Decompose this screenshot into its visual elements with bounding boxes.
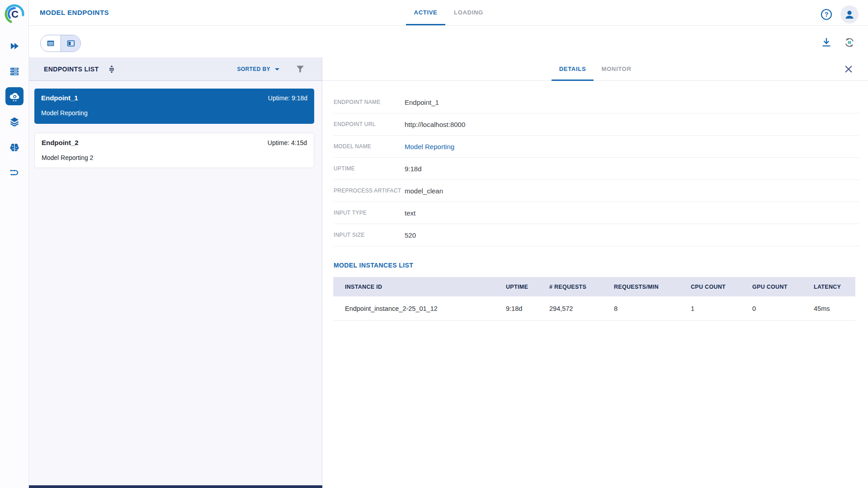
model-instances-heading: MODEL INSTANCES LIST xyxy=(334,260,413,271)
auto-refresh-pause-icon xyxy=(843,36,856,49)
col-gpu-count: GPU COUNT xyxy=(752,284,814,290)
cell-gpu-count: 0 xyxy=(752,305,814,312)
instances-table-header: INSTANCE ID UPTIME # REQUESTS REQUESTS/M… xyxy=(333,277,855,296)
endpoint-model: Model Reporting xyxy=(41,108,307,117)
tab-active[interactable]: ACTIVE xyxy=(406,0,445,25)
left-icon-rail: C xyxy=(0,0,29,488)
list-panel-scrollbar[interactable] xyxy=(0,485,322,488)
endpoints-list-header: ENDPOINTS LIST SORTED BY xyxy=(29,57,322,81)
field-endpoint-url: ENDPOINT URL http://localhost:8000 xyxy=(334,113,860,136)
field-input-size: INPUT SIZE 520 xyxy=(334,224,860,246)
tab-details-underline xyxy=(552,80,594,81)
field-label: ENDPOINT NAME xyxy=(334,99,405,105)
field-value: http://localhost:8000 xyxy=(405,121,465,128)
svg-text:C: C xyxy=(11,9,19,20)
fast-forward-icon xyxy=(9,41,20,52)
details-panel: DETAILS MONITOR ENDPOINT NAME Endpoint_1… xyxy=(322,57,868,488)
sorted-by-dropdown[interactable]: SORTED BY xyxy=(237,66,279,72)
field-value: 9:18d xyxy=(405,165,422,173)
field-uptime: UPTIME 9:18d xyxy=(334,158,860,180)
table-row[interactable]: Endpoint_instance_2-25_01_12 9:18d 294,5… xyxy=(333,296,855,321)
col-instance-id: INSTANCE ID xyxy=(333,284,506,290)
field-label: PREPROCESS ARTIFACT xyxy=(334,188,405,194)
field-value: model_clean xyxy=(405,187,443,195)
cell-uptime: 9:18d xyxy=(506,305,549,312)
help-button[interactable]: ? xyxy=(819,7,834,22)
sidebar-item-quickstart[interactable] xyxy=(5,37,24,55)
model-instances-table: INSTANCE ID UPTIME # REQUESTS REQUESTS/M… xyxy=(333,277,855,321)
col-latency: LATENCY xyxy=(814,284,855,290)
top-bar: MODEL ENDPOINTS ACTIVE LOADING ? xyxy=(29,0,868,26)
endpoint-name: Endpoint_1 xyxy=(41,94,78,103)
view-toggle xyxy=(40,35,81,52)
field-label: MODEL NAME xyxy=(334,143,405,150)
user-avatar-icon xyxy=(844,9,855,20)
tab-monitor[interactable]: MONITOR xyxy=(595,57,637,81)
toolbar xyxy=(29,26,868,57)
table-view-button[interactable] xyxy=(41,35,61,52)
tab-active-underline xyxy=(406,24,445,25)
field-label: INPUT TYPE xyxy=(334,210,405,216)
field-model-name: MODEL NAME Model Reporting xyxy=(334,136,860,158)
col-requests-min: REQUESTS/MIN xyxy=(614,284,691,290)
field-value: Endpoint_1 xyxy=(405,99,439,106)
sidebar-item-datasets[interactable] xyxy=(5,62,24,80)
details-tab-bar: DETAILS MONITOR xyxy=(322,57,868,81)
table-view-icon xyxy=(46,38,56,48)
cell-latency: 45ms xyxy=(814,305,855,312)
layers-icon xyxy=(9,116,20,127)
endpoint-uptime: Uptime: 9:18d xyxy=(268,94,307,103)
help-icon: ? xyxy=(819,7,834,22)
server-rack-icon xyxy=(9,66,20,77)
tab-loading-label: LOADING xyxy=(454,9,483,16)
chevron-down-icon xyxy=(275,68,279,70)
col-cpu-count: CPU COUNT xyxy=(691,284,752,290)
cell-requests-min: 8 xyxy=(614,305,691,312)
close-details-button[interactable] xyxy=(843,63,854,75)
tab-loading[interactable]: LOADING xyxy=(449,0,488,25)
cnvrg-logo-icon: C xyxy=(4,4,25,24)
model-name-link[interactable]: Model Reporting xyxy=(405,143,454,150)
cell-instance-id: Endpoint_instance_2-25_01_12 xyxy=(333,305,506,312)
details-fields: ENDPOINT NAME Endpoint_1 ENDPOINT URL ht… xyxy=(322,91,868,246)
col-uptime: UPTIME xyxy=(506,284,549,290)
auto-refresh-button[interactable] xyxy=(843,36,856,49)
cloud-gear-endpoints-icon xyxy=(9,90,21,103)
download-icon xyxy=(820,36,833,49)
download-button[interactable] xyxy=(820,36,833,49)
sidebar-item-models[interactable] xyxy=(5,138,24,156)
endpoint-card-1[interactable]: Endpoint_1 Uptime: 9:18d Model Reporting xyxy=(34,89,314,124)
endpoint-model: Model Reporting 2 xyxy=(42,153,307,162)
endpoints-list-panel: ENDPOINTS LIST SORTED BY xyxy=(29,57,322,488)
field-value: 520 xyxy=(405,231,416,239)
split-view-icon xyxy=(66,38,76,48)
sidebar-item-layers[interactable] xyxy=(5,113,24,131)
split-view-button[interactable] xyxy=(61,35,80,52)
sidebar-item-endpoints[interactable] xyxy=(5,87,24,105)
field-input-type: INPUT TYPE text xyxy=(334,202,860,224)
cnvrg-logo[interactable]: C xyxy=(4,4,25,24)
endpoints-list-title: ENDPOINTS LIST xyxy=(44,66,99,73)
sort-icon xyxy=(106,64,117,75)
page-title: MODEL ENDPOINTS xyxy=(40,0,109,25)
tab-active-label: ACTIVE xyxy=(414,9,438,16)
model-endpoints-screen: C xyxy=(0,0,868,488)
sorted-by-label: SORTED BY xyxy=(237,66,270,72)
close-icon xyxy=(843,63,854,75)
tab-monitor-label: MONITOR xyxy=(601,66,631,72)
endpoint-card-2[interactable]: Endpoint_2 Uptime: 4:15d Model Reporting… xyxy=(34,133,314,168)
user-menu-button[interactable] xyxy=(840,5,859,23)
brain-icon xyxy=(9,142,20,153)
field-label: UPTIME xyxy=(334,165,405,172)
col-requests: # REQUESTS xyxy=(549,284,614,290)
filter-button[interactable] xyxy=(295,64,306,75)
tab-details-label: DETAILS xyxy=(559,66,586,72)
endpoint-uptime: Uptime: 4:15d xyxy=(268,138,307,147)
field-label: ENDPOINT URL xyxy=(334,121,405,127)
tab-details[interactable]: DETAILS xyxy=(552,57,594,81)
sort-button[interactable] xyxy=(106,64,117,75)
svg-text:?: ? xyxy=(825,11,829,18)
field-label: INPUT SIZE xyxy=(334,232,405,238)
endpoint-name: Endpoint_2 xyxy=(42,138,79,147)
sidebar-item-flows[interactable] xyxy=(5,164,24,182)
